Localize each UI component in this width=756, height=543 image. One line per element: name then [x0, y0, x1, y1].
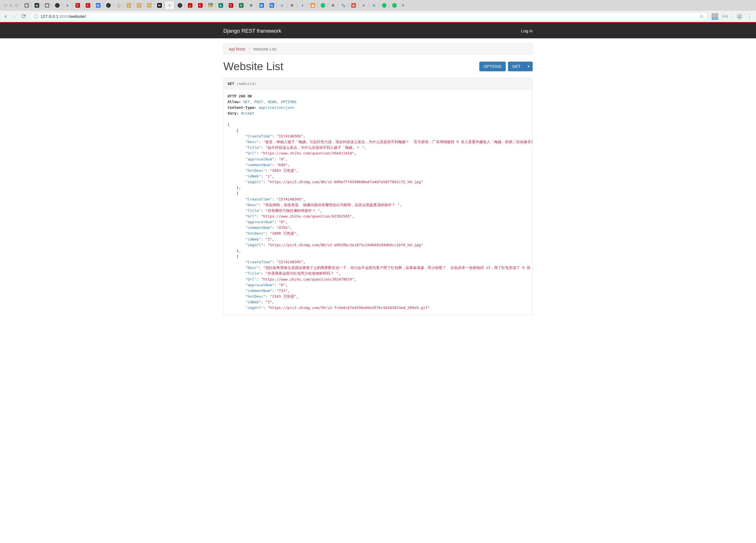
browser-tab[interactable]: ◯ [114, 1, 123, 9]
request-path: /website/ [236, 81, 256, 86]
page-title: Website List [223, 60, 283, 73]
get-dropdown-toggle[interactable] [525, 62, 533, 71]
browser-tab[interactable]: 🐍 [206, 1, 215, 9]
address-input[interactable]: i 127.0.0.1:8000/website/ ☆ [30, 12, 707, 21]
browser-tab[interactable]: ⊕ [43, 1, 51, 9]
browser-tab[interactable]: ≡ [124, 1, 133, 9]
login-link[interactable]: Log in [521, 28, 533, 33]
tab-bar: ⊕ dj ⊕ ○ ✦ C C 知 ○ ◯ ≡ ≡ ≡ M × ○ y C 🐍 b… [0, 0, 756, 11]
bookmark-star-icon[interactable]: ☆ [699, 13, 704, 20]
browser-menu-icon[interactable]: ⋮ [747, 13, 752, 20]
browser-tab[interactable]: ✿ [349, 1, 358, 9]
browser-tab[interactable]: C [83, 1, 92, 9]
site-info-icon[interactable]: i [34, 14, 38, 19]
window-controls[interactable] [4, 4, 18, 7]
maximize-window-icon[interactable] [15, 4, 18, 7]
request-line: GET /website/ [223, 78, 533, 89]
close-tab-icon[interactable]: × [168, 3, 171, 8]
browser-tab[interactable]: 新 [329, 1, 337, 9]
browser-tab-active[interactable]: × [165, 1, 174, 9]
options-button[interactable]: OPTIONS [479, 62, 506, 71]
browser-tab[interactable]: 知 [257, 1, 266, 9]
browser-tab[interactable]: C [226, 1, 235, 9]
browser-tab[interactable]: ≡ [145, 1, 154, 9]
browser-tab[interactable]: ✦ [359, 1, 368, 9]
browser-chrome: ⊕ dj ⊕ ○ ✦ C C 知 ○ ◯ ≡ ≡ ≡ M × ○ y C 🐍 b… [0, 0, 756, 22]
browser-tab[interactable]: M [155, 1, 164, 9]
browser-tab[interactable]: ⊕ [22, 1, 31, 9]
browser-tab[interactable]: 知 [94, 1, 102, 9]
browser-tab[interactable]: 新 [288, 1, 297, 9]
brand-title[interactable]: Django REST framework [223, 28, 281, 34]
response-body: HTTP 200 OK Allow: GET, POST, HEAD, OPTI… [223, 89, 533, 315]
browser-tab[interactable]: ⚙ [369, 1, 378, 9]
browser-tab[interactable]: ○ [175, 1, 184, 9]
browser-tab[interactable]: ○ [53, 1, 62, 9]
browser-tab[interactable]: ▦ [308, 1, 317, 9]
breadcrumb-sep: / [246, 47, 252, 51]
breadcrumb-root-link[interactable]: Api Root [229, 47, 245, 51]
caret-down-icon [528, 66, 530, 67]
browser-tab[interactable]: y [186, 1, 194, 9]
browser-tab[interactable]: ⋯ [318, 1, 327, 9]
browser-tab[interactable]: ⋯ [380, 1, 389, 9]
browser-tab[interactable]: G [278, 1, 286, 9]
get-button[interactable]: GET [508, 62, 525, 71]
extension-icon[interactable]: OFF [711, 13, 718, 20]
browser-tab[interactable]: C [196, 1, 205, 9]
close-window-icon[interactable] [4, 4, 7, 7]
address-bar: i 127.0.0.1:8000/website/ ☆ OFF {•} ⋮ [0, 11, 756, 22]
browser-tab[interactable]: ≡ [135, 1, 143, 9]
breadcrumb-current: Website List [253, 47, 276, 51]
browser-tab[interactable]: ⋯ [390, 1, 399, 9]
extension-json-icon[interactable]: {•} [722, 14, 728, 18]
request-method: GET [228, 81, 234, 86]
browser-tab[interactable]: ✦ [63, 1, 72, 9]
profile-avatar[interactable] [736, 13, 743, 20]
back-button[interactable] [3, 14, 8, 19]
svg-point-1 [714, 14, 717, 16]
browser-tab[interactable]: ⬇ [298, 1, 307, 9]
browser-tab[interactable]: dj [32, 1, 41, 9]
browser-tab[interactable]: ○ [104, 1, 113, 9]
browser-tab[interactable]: b [216, 1, 225, 9]
top-nav: Django REST framework Log in [0, 23, 756, 38]
browser-tab[interactable]: C [73, 1, 82, 9]
new-tab-button[interactable]: + [399, 3, 407, 9]
browser-tab[interactable]: 知 [267, 1, 276, 9]
minimize-window-icon[interactable] [9, 4, 13, 7]
get-button-group: GET [508, 62, 533, 71]
reload-button[interactable] [21, 14, 26, 19]
breadcrumb: Api Root / Website List [223, 43, 533, 54]
forward-button[interactable] [12, 14, 17, 19]
browser-tab[interactable]: 🐾 [339, 1, 348, 9]
url-text: 127.0.0.1:8000/website/ [41, 14, 697, 19]
browser-tab[interactable]: 新 [247, 1, 256, 9]
browser-tab[interactable]: X [237, 1, 245, 9]
